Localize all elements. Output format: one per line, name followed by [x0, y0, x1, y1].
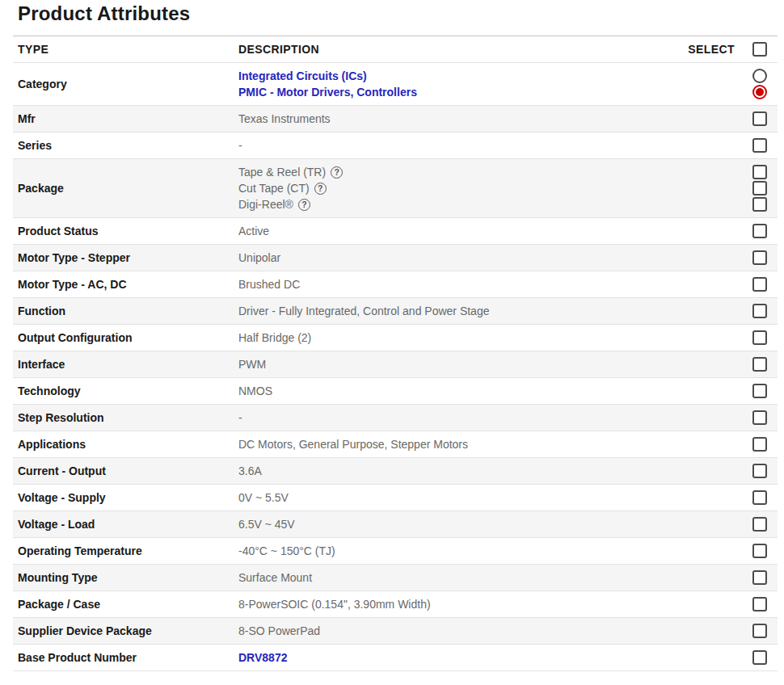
attribute-value-line: 6.5V ~ 45V	[238, 516, 752, 532]
select-checkbox[interactable]	[752, 111, 767, 126]
select-control-slot	[752, 436, 767, 452]
select-checkbox[interactable]	[752, 138, 767, 153]
attribute-value: 3.6A	[238, 463, 752, 479]
attribute-value-text: -	[238, 137, 242, 153]
select-checkbox[interactable]	[752, 304, 767, 318]
attribute-label: Package / Case	[18, 596, 238, 612]
select-controls	[752, 250, 767, 266]
select-control-slot	[752, 543, 767, 559]
attribute-label: Step Resolution	[18, 410, 238, 426]
select-checkbox[interactable]	[752, 597, 767, 611]
attribute-value-text: Driver - Fully Integrated, Control and P…	[238, 303, 489, 319]
select-checkbox[interactable]	[752, 357, 767, 372]
select-controls	[752, 68, 767, 100]
attribute-row: Output ConfigurationHalf Bridge (2)	[13, 325, 778, 351]
select-controls	[752, 596, 767, 612]
select-controls	[752, 410, 767, 426]
attribute-value: DRV8872	[238, 649, 752, 666]
help-icon[interactable]: ?	[298, 199, 310, 211]
attribute-label: Product Status	[18, 223, 238, 239]
attribute-value-line: Half Bridge (2)	[238, 330, 752, 346]
select-checkbox[interactable]	[752, 224, 767, 238]
select-checkbox[interactable]	[752, 570, 767, 585]
attribute-value: 8-PowerSOIC (0.154", 3.90mm Width)	[238, 596, 752, 612]
attribute-row: Motor Type - StepperUnipolar	[13, 245, 778, 271]
help-icon[interactable]: ?	[331, 166, 343, 179]
select-checkbox[interactable]	[752, 464, 767, 478]
attribute-value-link[interactable]: PMIC - Motor Drivers, Controllers	[238, 84, 417, 100]
select-control-slot	[752, 490, 767, 506]
attribute-label: Package	[18, 180, 238, 196]
select-checkbox[interactable]	[752, 410, 767, 425]
select-control-slot	[752, 223, 767, 239]
column-header-select-group: SELECT	[688, 41, 767, 57]
select-checkbox[interactable]	[752, 165, 767, 179]
attribute-value-text: 8-PowerSOIC (0.154", 3.90mm Width)	[238, 596, 431, 612]
attribute-label: Operating Temperature	[18, 543, 238, 559]
attribute-row: PackageTape & Reel (TR)?Cut Tape (CT)?Di…	[13, 159, 778, 218]
select-control-slot	[752, 649, 767, 666]
select-control-slot	[752, 164, 767, 180]
attribute-value-line: -	[238, 137, 752, 153]
select-checkbox[interactable]	[752, 624, 767, 638]
attribute-row: Mounting TypeSurface Mount	[13, 565, 778, 591]
select-controls	[752, 623, 767, 639]
select-controls	[752, 164, 767, 212]
attribute-value: Half Bridge (2)	[238, 330, 752, 346]
attribute-value: PWM	[238, 356, 752, 372]
select-control-slot	[752, 569, 767, 586]
select-checkbox[interactable]	[752, 490, 767, 505]
attribute-row: CategoryIntegrated Circuits (ICs)PMIC - …	[13, 63, 778, 106]
select-control-slot	[752, 84, 767, 100]
attribute-value-line: DC Motors, General Purpose, Stepper Moto…	[238, 436, 752, 452]
attribute-value-text: Texas Instruments	[238, 111, 331, 127]
select-control-slot	[752, 463, 767, 479]
select-controls	[752, 223, 767, 239]
select-checkbox[interactable]	[752, 517, 767, 532]
select-checkbox[interactable]	[752, 250, 767, 265]
attribute-label: Applications	[18, 436, 238, 452]
select-control-slot	[752, 516, 767, 532]
attribute-value-line: Texas Instruments	[238, 111, 752, 127]
attribute-label: Supplier Device Package	[18, 623, 238, 639]
help-icon[interactable]: ?	[314, 183, 327, 195]
attribute-value-text: -	[238, 410, 242, 426]
attribute-value-link[interactable]: Integrated Circuits (ICs)	[238, 68, 367, 84]
select-all-checkbox[interactable]	[752, 42, 767, 57]
column-header-select: SELECT	[688, 41, 735, 57]
attribute-value: 8-SO PowerPad	[238, 623, 752, 639]
select-controls	[752, 436, 767, 452]
attribute-row: MfrTexas Instruments	[13, 106, 778, 132]
select-checkbox[interactable]	[752, 277, 767, 292]
attribute-row: Operating Temperature-40°C ~ 150°C (TJ)	[13, 538, 778, 565]
select-checkbox[interactable]	[752, 650, 767, 665]
attribute-value-text: PWM	[238, 356, 266, 372]
attribute-row: Supplier Device Package8-SO PowerPad	[13, 618, 778, 645]
category-radio-selected[interactable]	[752, 85, 767, 99]
select-controls	[752, 330, 767, 346]
attribute-row: Voltage - Load6.5V ~ 45V	[13, 511, 778, 538]
attribute-row: Current - Output3.6A	[13, 458, 778, 485]
column-header-type: TYPE	[18, 41, 238, 57]
attribute-value-text: Active	[238, 223, 269, 239]
select-checkbox[interactable]	[752, 181, 767, 195]
select-control-slot	[752, 250, 767, 266]
category-radio[interactable]	[752, 69, 767, 83]
select-controls	[752, 276, 767, 292]
select-control-slot	[752, 356, 767, 372]
attribute-value-text: -40°C ~ 150°C (TJ)	[238, 543, 335, 559]
attribute-value-link[interactable]: DRV8872	[238, 649, 287, 666]
attribute-row: Base Product NumberDRV8872	[13, 645, 778, 671]
attribute-value-text: DC Motors, General Purpose, Stepper Moto…	[238, 436, 468, 452]
attribute-value-line: 8-SO PowerPad	[238, 623, 752, 639]
select-checkbox[interactable]	[752, 197, 767, 212]
attribute-row: Series-	[13, 132, 778, 159]
select-checkbox[interactable]	[752, 544, 767, 558]
attribute-label: Interface	[18, 356, 238, 372]
select-checkbox[interactable]	[752, 330, 767, 345]
select-checkbox[interactable]	[752, 437, 767, 452]
select-checkbox[interactable]	[752, 384, 767, 398]
attribute-value-text: 6.5V ~ 45V	[238, 516, 295, 532]
select-control-slot	[752, 196, 767, 212]
attribute-value-line: Integrated Circuits (ICs)	[238, 68, 752, 84]
